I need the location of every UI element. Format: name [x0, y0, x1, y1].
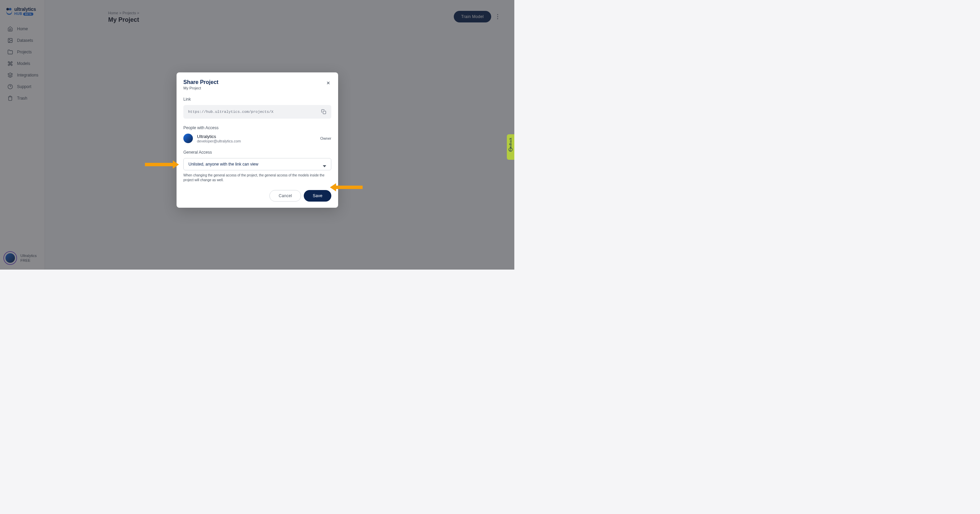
link-section-label: Link: [183, 97, 331, 102]
help-text: When changing the general access of the …: [183, 173, 331, 182]
modal-subtitle: My Project: [183, 86, 218, 90]
smile-icon: [509, 148, 512, 152]
save-button[interactable]: Save: [304, 190, 331, 201]
link-box: https://hub.ultralytics.com/projects/X: [183, 105, 331, 119]
copy-icon[interactable]: [321, 109, 326, 114]
cancel-button[interactable]: Cancel: [269, 190, 301, 201]
person-email: developer@ultralytics.com: [197, 139, 317, 143]
person-avatar: [183, 133, 193, 143]
select-value: Unlisted, anyone with the link can view: [188, 162, 258, 167]
general-access-select[interactable]: Unlisted, anyone with the link can view: [183, 158, 331, 170]
annotation-arrow-select: [145, 160, 179, 169]
share-project-modal: Share Project My Project Link https://hu…: [177, 72, 338, 208]
caret-down-icon: [323, 162, 326, 166]
modal-title: Share Project: [183, 79, 218, 85]
person-role: Owner: [320, 136, 331, 140]
annotation-arrow-save: [330, 183, 363, 191]
close-button[interactable]: [325, 80, 331, 86]
general-access-label: General Access: [183, 150, 331, 155]
person-name: Ultralytics: [197, 134, 317, 139]
share-link[interactable]: https://hub.ultralytics.com/projects/X: [188, 110, 274, 114]
people-section-label: People with Access: [183, 125, 331, 130]
svg-rect-12: [323, 111, 326, 114]
feedback-widget[interactable]: Feedback: [507, 134, 514, 160]
person-row: Ultralytics developer@ultralytics.com Ow…: [183, 133, 331, 143]
